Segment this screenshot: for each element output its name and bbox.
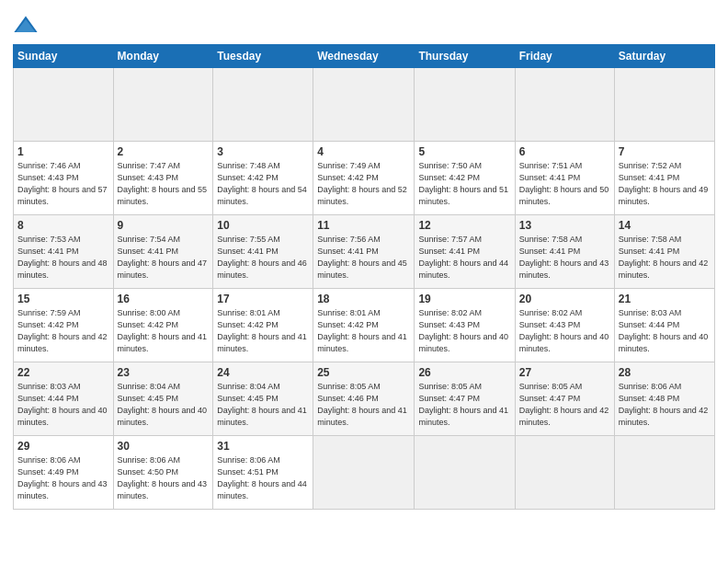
- day-info: Sunrise: 7:59 AMSunset: 4:42 PMDaylight:…: [17, 308, 108, 352]
- day-number: 1: [17, 144, 109, 159]
- day-cell: [614, 68, 714, 142]
- day-cell: 6Sunrise: 7:51 AMSunset: 4:41 PMDaylight…: [515, 142, 614, 215]
- day-cell: [515, 68, 614, 142]
- day-cell: 14Sunrise: 7:58 AMSunset: 4:41 PMDayligh…: [614, 215, 714, 289]
- calendar-table: SundayMondayTuesdayWednesdayThursdayFrid…: [13, 44, 715, 510]
- week-row-4: 22Sunrise: 8:03 AMSunset: 4:44 PMDayligh…: [14, 362, 715, 436]
- day-number: 19: [418, 292, 510, 306]
- week-row-1: 1Sunrise: 7:46 AMSunset: 4:43 PMDaylight…: [14, 142, 715, 215]
- day-info: Sunrise: 7:51 AMSunset: 4:41 PMDaylight:…: [519, 161, 609, 205]
- day-info: Sunrise: 7:49 AMSunset: 4:42 PMDaylight:…: [317, 161, 407, 205]
- logo: [13, 13, 40, 39]
- day-cell: 27Sunrise: 8:05 AMSunset: 4:47 PMDayligh…: [515, 362, 614, 436]
- day-info: Sunrise: 8:04 AMSunset: 4:45 PMDaylight:…: [118, 382, 208, 426]
- day-cell: 13Sunrise: 7:58 AMSunset: 4:41 PMDayligh…: [515, 215, 614, 289]
- day-info: Sunrise: 7:53 AMSunset: 4:41 PMDaylight:…: [17, 235, 108, 279]
- day-cell: [213, 68, 313, 142]
- day-cell: [313, 68, 415, 142]
- day-cell: [113, 68, 213, 142]
- day-number: 29: [17, 439, 109, 454]
- day-number: 18: [317, 292, 410, 306]
- day-info: Sunrise: 8:05 AMSunset: 4:47 PMDaylight:…: [519, 382, 609, 426]
- day-cell: 15Sunrise: 7:59 AMSunset: 4:42 PMDayligh…: [14, 289, 114, 362]
- day-number: 3: [217, 144, 309, 159]
- day-number: 12: [418, 218, 510, 233]
- day-number: 10: [217, 218, 309, 233]
- day-cell: 18Sunrise: 8:01 AMSunset: 4:42 PMDayligh…: [313, 289, 415, 362]
- page: SundayMondayTuesdayWednesdayThursdayFrid…: [0, 0, 728, 563]
- day-cell: 2Sunrise: 7:47 AMSunset: 4:43 PMDaylight…: [113, 142, 213, 215]
- day-info: Sunrise: 8:06 AMSunset: 4:49 PMDaylight:…: [17, 455, 108, 500]
- day-cell: 4Sunrise: 7:49 AMSunset: 4:42 PMDaylight…: [313, 142, 415, 215]
- day-number: 16: [118, 292, 210, 306]
- day-info: Sunrise: 7:58 AMSunset: 4:41 PMDaylight:…: [619, 235, 709, 279]
- day-number: 15: [17, 292, 109, 306]
- day-info: Sunrise: 8:06 AMSunset: 4:51 PMDaylight:…: [217, 455, 307, 500]
- day-info: Sunrise: 7:50 AMSunset: 4:42 PMDaylight:…: [418, 161, 508, 205]
- day-info: Sunrise: 8:00 AMSunset: 4:42 PMDaylight:…: [118, 308, 208, 352]
- col-header-saturday: Saturday: [614, 45, 714, 68]
- day-number: 11: [317, 218, 410, 233]
- col-header-friday: Friday: [515, 45, 614, 68]
- day-info: Sunrise: 7:58 AMSunset: 4:41 PMDaylight:…: [519, 235, 609, 279]
- day-info: Sunrise: 8:06 AMSunset: 4:48 PMDaylight:…: [619, 382, 709, 426]
- header: [13, 9, 715, 39]
- day-info: Sunrise: 8:03 AMSunset: 4:44 PMDaylight:…: [619, 308, 709, 352]
- day-number: 4: [317, 144, 410, 159]
- day-cell: 3Sunrise: 7:48 AMSunset: 4:42 PMDaylight…: [213, 142, 313, 215]
- day-cell: 16Sunrise: 8:00 AMSunset: 4:42 PMDayligh…: [113, 289, 213, 362]
- week-row-2: 8Sunrise: 7:53 AMSunset: 4:41 PMDaylight…: [14, 215, 715, 289]
- day-cell: 20Sunrise: 8:02 AMSunset: 4:43 PMDayligh…: [515, 289, 614, 362]
- col-header-sunday: Sunday: [14, 45, 114, 68]
- day-info: Sunrise: 8:02 AMSunset: 4:43 PMDaylight:…: [519, 308, 609, 352]
- day-number: 9: [118, 218, 210, 233]
- col-header-tuesday: Tuesday: [213, 45, 313, 68]
- day-cell: 22Sunrise: 8:03 AMSunset: 4:44 PMDayligh…: [14, 362, 114, 436]
- day-cell: 9Sunrise: 7:54 AMSunset: 4:41 PMDaylight…: [113, 215, 213, 289]
- day-number: 8: [17, 218, 109, 233]
- col-header-monday: Monday: [113, 45, 213, 68]
- day-number: 21: [619, 292, 711, 306]
- week-row-5: 29Sunrise: 8:06 AMSunset: 4:49 PMDayligh…: [14, 436, 715, 510]
- day-cell: [614, 436, 714, 510]
- day-cell: [415, 68, 515, 142]
- day-info: Sunrise: 7:54 AMSunset: 4:41 PMDaylight:…: [118, 235, 208, 279]
- day-cell: 1Sunrise: 7:46 AMSunset: 4:43 PMDaylight…: [14, 142, 114, 215]
- day-info: Sunrise: 8:06 AMSunset: 4:50 PMDaylight:…: [118, 455, 208, 500]
- day-number: 14: [619, 218, 711, 233]
- day-info: Sunrise: 7:46 AMSunset: 4:43 PMDaylight:…: [17, 161, 108, 205]
- day-info: Sunrise: 8:05 AMSunset: 4:46 PMDaylight:…: [317, 382, 407, 426]
- day-cell: 5Sunrise: 7:50 AMSunset: 4:42 PMDaylight…: [415, 142, 515, 215]
- day-cell: [415, 436, 515, 510]
- day-cell: 7Sunrise: 7:52 AMSunset: 4:41 PMDaylight…: [614, 142, 714, 215]
- day-info: Sunrise: 7:47 AMSunset: 4:43 PMDaylight:…: [118, 161, 208, 205]
- day-number: 26: [418, 365, 510, 380]
- day-number: 24: [217, 365, 309, 380]
- day-cell: 12Sunrise: 7:57 AMSunset: 4:41 PMDayligh…: [415, 215, 515, 289]
- day-cell: 29Sunrise: 8:06 AMSunset: 4:49 PMDayligh…: [14, 436, 114, 510]
- col-header-thursday: Thursday: [415, 45, 515, 68]
- day-info: Sunrise: 8:02 AMSunset: 4:43 PMDaylight:…: [418, 308, 508, 352]
- week-row-0: [14, 68, 715, 142]
- day-number: 28: [619, 365, 711, 380]
- day-info: Sunrise: 7:55 AMSunset: 4:41 PMDaylight:…: [217, 235, 307, 279]
- day-cell: [515, 436, 614, 510]
- day-number: 22: [17, 365, 109, 380]
- day-cell: 25Sunrise: 8:05 AMSunset: 4:46 PMDayligh…: [313, 362, 415, 436]
- day-number: 17: [217, 292, 309, 306]
- day-cell: 11Sunrise: 7:56 AMSunset: 4:41 PMDayligh…: [313, 215, 415, 289]
- day-info: Sunrise: 8:03 AMSunset: 4:44 PMDaylight:…: [17, 382, 108, 426]
- day-cell: 26Sunrise: 8:05 AMSunset: 4:47 PMDayligh…: [415, 362, 515, 436]
- day-cell: 30Sunrise: 8:06 AMSunset: 4:50 PMDayligh…: [113, 436, 213, 510]
- day-cell: 17Sunrise: 8:01 AMSunset: 4:42 PMDayligh…: [213, 289, 313, 362]
- day-cell: [313, 436, 415, 510]
- day-cell: 8Sunrise: 7:53 AMSunset: 4:41 PMDaylight…: [14, 215, 114, 289]
- day-cell: 23Sunrise: 8:04 AMSunset: 4:45 PMDayligh…: [113, 362, 213, 436]
- day-number: 2: [118, 144, 210, 159]
- day-cell: 24Sunrise: 8:04 AMSunset: 4:45 PMDayligh…: [213, 362, 313, 436]
- day-number: 31: [217, 439, 309, 454]
- day-number: 6: [519, 144, 610, 159]
- week-row-3: 15Sunrise: 7:59 AMSunset: 4:42 PMDayligh…: [14, 289, 715, 362]
- day-number: 30: [118, 439, 210, 454]
- day-info: Sunrise: 7:48 AMSunset: 4:42 PMDaylight:…: [217, 161, 307, 205]
